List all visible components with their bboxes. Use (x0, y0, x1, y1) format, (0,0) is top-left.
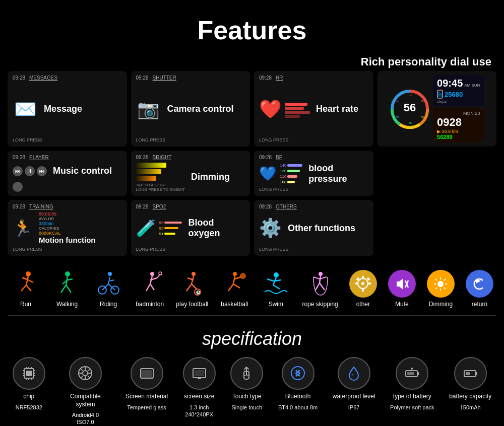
feature-row-3: 09:28 TRAINING 🏃 88:66:89 AVG.HR 330min … (8, 200, 496, 256)
svg-marker-70 (397, 278, 403, 290)
svg-line-48 (235, 277, 241, 279)
motion-label: Motion function (39, 236, 95, 244)
feature-heartrate: 09:28 HR ❤️ Heart rate LONG PRESS (254, 71, 373, 147)
others-label: Other functions (288, 223, 355, 234)
motion-time: 09:28 (13, 204, 25, 209)
music-time: 09:28 (13, 155, 25, 160)
svg-rect-123 (466, 372, 470, 375)
svg-point-73 (437, 281, 444, 287)
svg-rect-118 (407, 372, 414, 375)
hr-mode: HR (276, 75, 283, 81)
rope-icon (305, 270, 335, 298)
motion-longpress: LONG PRESS (13, 247, 122, 252)
spec-title: specification (0, 318, 504, 357)
sport-dimming: Dimming (427, 270, 455, 308)
svg-line-103 (81, 369, 83, 371)
run-icon (11, 270, 41, 298)
touch-icon (230, 357, 263, 390)
feature-row-1: 09:28 MESSAGES ✉️ Message LONG PRESS 09:… (8, 71, 496, 147)
svg-line-57 (316, 283, 320, 290)
wf2-steps: 56289 (437, 134, 480, 140)
walking-icon (52, 270, 82, 298)
spec-row: chip NRF52832 Compatible system Android4… (0, 357, 504, 426)
spo2-label: Blood oxygen (188, 218, 245, 239)
svg-rect-64 (362, 276, 364, 279)
spec-chip: chip NRF52832 (13, 357, 45, 411)
screen-material-icon (131, 357, 163, 390)
watchface-2: MON 23 0928 ▶ 20.6 km 56289 (433, 108, 484, 143)
waterproof-value: IP67 (348, 404, 360, 411)
dim-circle-icon (427, 270, 455, 298)
message-icon: ✉️ (13, 99, 38, 120)
feature-message: 09:28 MESSAGES ✉️ Message LONG PRESS (8, 71, 127, 147)
mute-label: Mute (395, 301, 409, 308)
sport-rope-skipping: rope skipping (302, 270, 338, 308)
wf1-steps: 25680 (445, 91, 463, 98)
feature-spo2: 09:28 SPO2 🧪 99 95 91 Blood oxygen LON (131, 200, 250, 256)
svg-line-28 (108, 277, 110, 284)
svg-line-53 (267, 279, 273, 281)
bp-bars: 140 120 110 100 (280, 163, 302, 184)
football-icon: ⚽ (177, 270, 207, 298)
svg-text:05: 05 (421, 115, 425, 118)
system-label: Compatible system (60, 393, 110, 408)
system-icon (69, 357, 102, 390)
svg-text:08: 08 (396, 115, 400, 118)
mute-icon (388, 270, 416, 298)
battery-capacity-icon (454, 357, 487, 390)
svg-rect-112 (198, 378, 201, 379)
svg-point-55 (319, 272, 323, 276)
svg-rect-122 (476, 372, 477, 375)
spo2-longpress: LONG PRESS (136, 247, 245, 252)
svg-line-115 (352, 374, 353, 376)
svg-line-13 (21, 285, 26, 291)
bluetooth-icon (282, 357, 314, 390)
chip-value: NRF52832 (16, 404, 42, 411)
svg-line-52 (273, 285, 280, 289)
camera-time: 09:28 (136, 75, 149, 81)
svg-point-49 (240, 273, 246, 279)
svg-rect-117 (417, 372, 419, 375)
music-mode: PLAYER (29, 155, 49, 160)
svg-text:06: 06 (409, 121, 413, 124)
message-time: 09:28 (13, 75, 25, 81)
camera-longpress: LONG PRESS (136, 137, 245, 143)
sport-badminton: badminton (135, 270, 165, 308)
return-label: return (472, 301, 487, 308)
hr-bars (285, 103, 310, 118)
svg-rect-108 (142, 370, 152, 377)
svg-line-78 (435, 279, 437, 280)
battery-type-value: Polymer soft pack (390, 404, 434, 411)
svg-point-30 (150, 272, 154, 276)
sport-return: return (466, 270, 493, 308)
screen-size-label: screen size (184, 393, 215, 401)
camera-icon: 📷 (136, 99, 161, 120)
bp-label: blood pressure (308, 163, 368, 184)
wf2-cal: ▶ 20.6 km (437, 129, 480, 134)
row2-spacer (377, 151, 497, 196)
sport-football: ⚽ play football (176, 270, 208, 308)
others-longpress: LONG PRESS (259, 247, 368, 252)
svg-point-63 (361, 282, 364, 285)
svg-point-11 (26, 271, 31, 276)
message-mode: MESSAGES (29, 75, 57, 81)
feature-bp: 09:28 BP 💙 140 120 110 100 blood pres (254, 151, 373, 196)
hr-longpress: LONG PRESS (259, 137, 368, 143)
screen-material-value: Tempered glass (127, 404, 166, 411)
other-label: other (356, 301, 370, 308)
touch-label: Touch type (232, 393, 262, 401)
music-controls: ⏮ ⏸ ⏭ (13, 166, 47, 176)
dim-bars: TAP TO ADJUSTLONG PRESS TO SUBMIT (136, 163, 185, 192)
spo2-mode: SPO2 (153, 204, 166, 209)
hr-label: Heart rate (316, 104, 358, 114)
svg-line-39 (186, 284, 192, 291)
hr-time: 09:28 (259, 75, 272, 81)
message-label: Message (44, 104, 82, 114)
riding-icon (93, 270, 123, 298)
bp-icon: 💙 (259, 165, 277, 182)
svg-point-37 (192, 272, 196, 276)
spo2-icon: 🧪 (136, 219, 156, 238)
spec-touch: Touch type Single touch (230, 357, 263, 411)
screen-material-label: Screen material (125, 393, 168, 401)
swim-icon (261, 270, 291, 298)
